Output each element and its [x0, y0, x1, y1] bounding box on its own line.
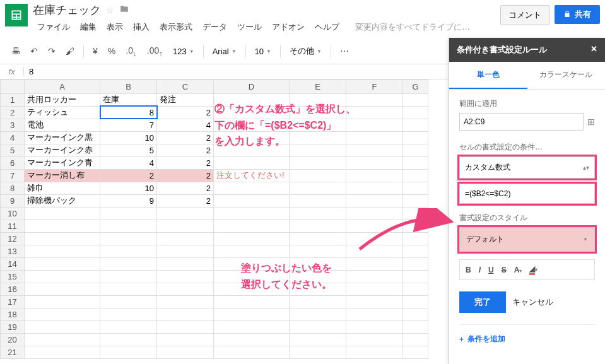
column-header[interactable]: D	[214, 79, 290, 93]
cell[interactable]	[157, 283, 214, 295]
cell[interactable]	[403, 245, 428, 257]
cell[interactable]	[403, 106, 428, 119]
column-header[interactable]: E	[290, 79, 346, 93]
cell[interactable]	[100, 308, 157, 320]
cell[interactable]	[25, 270, 100, 283]
cell[interactable]: 2	[157, 182, 214, 194]
cell[interactable]	[157, 320, 214, 333]
cell[interactable]	[403, 182, 428, 194]
cell[interactable]	[214, 144, 290, 156]
cell[interactable]: 4	[100, 156, 157, 169]
cell[interactable]	[214, 308, 290, 320]
row-header[interactable]: 14	[1, 257, 25, 270]
cell[interactable]: マーカー消し布	[25, 169, 100, 182]
row-header[interactable]: 1	[1, 93, 25, 106]
cell[interactable]	[157, 308, 214, 320]
cell[interactable]	[214, 333, 290, 346]
row-header[interactable]: 6	[1, 156, 25, 169]
menu-help[interactable]: ヘルプ	[310, 19, 344, 35]
cell[interactable]	[403, 93, 428, 106]
cell[interactable]	[100, 207, 157, 220]
row-header[interactable]: 4	[1, 131, 25, 144]
cell[interactable]: 在庫	[100, 93, 157, 106]
cell[interactable]	[157, 257, 214, 270]
cell[interactable]	[346, 169, 403, 182]
cell[interactable]: 掃除機パック	[25, 194, 100, 207]
menu-addons[interactable]: アドオン	[267, 19, 309, 35]
done-button[interactable]: 完了	[459, 291, 506, 313]
cell[interactable]	[214, 295, 290, 308]
cell[interactable]	[25, 207, 100, 220]
column-header[interactable]: B	[100, 79, 157, 93]
cell[interactable]	[100, 295, 157, 308]
cell[interactable]: 2	[100, 169, 157, 182]
cell[interactable]	[403, 144, 428, 156]
cell[interactable]: 2	[157, 156, 214, 169]
menu-format[interactable]: 表示形式	[155, 19, 197, 35]
row-header[interactable]: 11	[1, 220, 25, 232]
cell[interactable]: 共用ロッカー	[25, 93, 100, 106]
add-rule-link[interactable]: + 条件を追加	[459, 324, 595, 344]
cell[interactable]	[25, 295, 100, 308]
column-header[interactable]: F	[346, 79, 403, 93]
cell[interactable]	[100, 320, 157, 333]
cell[interactable]	[403, 295, 428, 308]
menu-file[interactable]: ファイル	[33, 19, 74, 35]
more-formats-dropdown[interactable]: その他▼	[286, 44, 326, 58]
cell[interactable]: マーカーインク赤	[25, 144, 100, 156]
cell[interactable]	[346, 333, 403, 346]
cell[interactable]	[403, 270, 428, 283]
cell[interactable]: 2	[157, 169, 214, 182]
cell[interactable]	[290, 106, 346, 119]
bold-button[interactable]: B	[462, 262, 474, 277]
cell[interactable]	[214, 131, 290, 144]
menu-data[interactable]: データ	[198, 19, 232, 35]
cell[interactable]	[214, 194, 290, 207]
cell[interactable]	[290, 270, 346, 283]
cell[interactable]	[403, 232, 428, 245]
cell[interactable]: 2	[157, 144, 214, 156]
cell[interactable]	[346, 295, 403, 308]
row-header[interactable]: 17	[1, 295, 25, 308]
share-button[interactable]: 共有	[555, 5, 600, 24]
cell[interactable]	[25, 232, 100, 245]
row-header[interactable]: 13	[1, 245, 25, 257]
cell[interactable]	[100, 220, 157, 232]
cell[interactable]	[290, 131, 346, 144]
cell[interactable]	[346, 320, 403, 333]
cell[interactable]: マーカーインク黒	[25, 131, 100, 144]
cell[interactable]	[157, 295, 214, 308]
cell[interactable]	[100, 245, 157, 257]
cell[interactable]	[157, 346, 214, 358]
comment-button[interactable]: コメント	[500, 5, 549, 25]
paint-format-icon[interactable]: 🖌	[62, 44, 78, 59]
cell[interactable]	[290, 182, 346, 194]
menu-tools[interactable]: ツール	[233, 19, 266, 35]
cell[interactable]	[25, 257, 100, 270]
decrease-decimal-button[interactable]: .0↓	[122, 43, 141, 60]
row-header[interactable]: 2	[1, 106, 25, 119]
row-header[interactable]: 18	[1, 308, 25, 320]
cell[interactable]	[214, 93, 290, 106]
cell[interactable]	[346, 283, 403, 295]
cell[interactable]	[100, 283, 157, 295]
cell[interactable]	[157, 207, 214, 220]
cell[interactable]: 2	[157, 106, 214, 119]
cell[interactable]: 雑巾	[25, 182, 100, 194]
star-icon[interactable]: ☆	[106, 5, 114, 15]
cell[interactable]	[403, 333, 428, 346]
cell[interactable]	[25, 308, 100, 320]
cell[interactable]	[346, 257, 403, 270]
cell[interactable]	[346, 220, 403, 232]
tab-color-scale[interactable]: カラースケール	[527, 62, 606, 89]
text-color-button[interactable]: A▾	[511, 262, 526, 277]
style-preview-dropdown[interactable]: デフォルト ▼	[459, 227, 595, 252]
cell[interactable]	[346, 156, 403, 169]
currency-button[interactable]: ¥	[89, 44, 102, 59]
row-header[interactable]: 16	[1, 283, 25, 295]
document-title[interactable]: 在庫チェック	[33, 3, 101, 18]
cell[interactable]: 5	[100, 144, 157, 156]
cell[interactable]: 7	[100, 119, 157, 131]
cell[interactable]	[214, 106, 290, 119]
cell[interactable]	[290, 257, 346, 270]
